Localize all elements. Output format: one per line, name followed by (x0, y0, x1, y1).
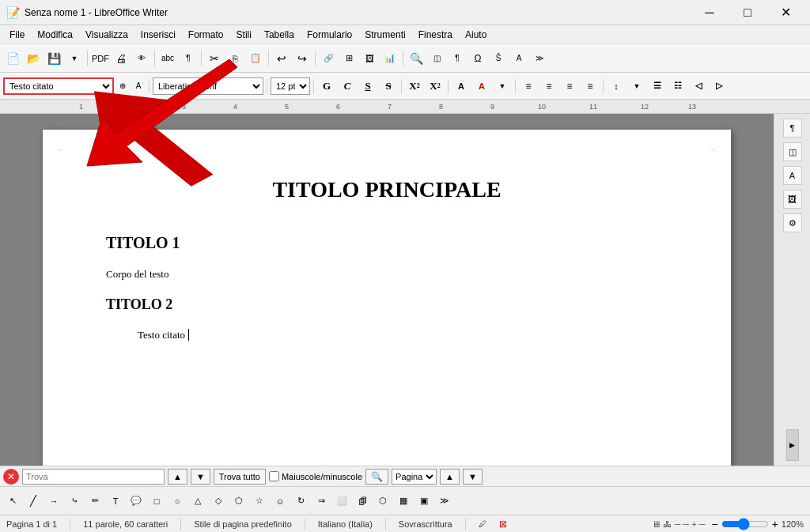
numbered-list-button[interactable]: ☷ (668, 77, 687, 95)
draw-callout-button[interactable]: 💬 (127, 492, 146, 511)
menu-aiuto[interactable]: Aiuto (459, 28, 493, 42)
align-right-button[interactable]: ≡ (560, 77, 579, 95)
find-next-button[interactable]: ▼ (191, 469, 210, 485)
draw-rect-button[interactable]: □ (147, 492, 166, 511)
menu-tabella[interactable]: Tabella (258, 28, 301, 42)
draw-caption-button[interactable]: 🗐 (353, 492, 372, 511)
chart-button[interactable]: 📊 (380, 49, 399, 68)
save-dropdown[interactable]: ▼ (65, 49, 84, 68)
zoom-in-button[interactable]: + (772, 518, 778, 530)
draw-arrow-button[interactable]: → (44, 492, 63, 511)
draw-line-button[interactable]: ╱ (24, 492, 43, 511)
superscript-button[interactable]: X2 (405, 77, 424, 95)
font-color-dropdown[interactable]: ▼ (493, 77, 512, 95)
draw-triangle-button[interactable]: △ (188, 492, 207, 511)
image-button[interactable]: 🖼 (360, 49, 379, 68)
document-scroll-area[interactable]: ⌐ ⌐ TITOLO PRINCIPALE TITOLO 1 Corpo del… (0, 114, 774, 466)
menu-inserisci[interactable]: Inserisci (134, 28, 182, 42)
align-left-button[interactable]: ≡ (519, 77, 538, 95)
draw-3d-button[interactable]: ⬡ (373, 492, 392, 511)
underline-button[interactable]: S (358, 77, 377, 95)
draw-connector-button[interactable]: ⤷ (65, 492, 84, 511)
minimize-button[interactable]: ─ (691, 0, 728, 25)
line-spacing-button[interactable]: ↕ (607, 77, 626, 95)
menu-formulario[interactable]: Formulario (301, 28, 358, 42)
find-close-button[interactable]: ✕ (3, 469, 19, 485)
menu-formato[interactable]: Formato (182, 28, 230, 42)
fontwork-button[interactable]: A (509, 49, 528, 68)
maximize-button[interactable]: □ (729, 0, 766, 25)
draw-freehand-button[interactable]: ✏ (85, 492, 104, 511)
print-preview-button[interactable]: 👁 (132, 49, 151, 68)
find-input[interactable] (22, 469, 165, 485)
draw-smiley-button[interactable]: ☺ (271, 492, 290, 511)
line-spacing-dropdown[interactable]: ▼ (627, 77, 646, 95)
find-button[interactable]: 🔍 (407, 49, 426, 68)
sidebar-functions-button[interactable]: ⚙ (783, 213, 802, 232)
align-justify-button[interactable]: ≡ (581, 77, 600, 95)
draw-more-button[interactable]: ≫ (435, 492, 454, 511)
draw-extrude-button[interactable]: ▦ (394, 492, 413, 511)
new-button[interactable]: 📄 (3, 49, 22, 68)
sidebar-expand-button[interactable]: ▶ (786, 429, 799, 461)
find-all-button[interactable]: Trova tutto (214, 469, 266, 485)
special-char-button[interactable]: Ŝ (489, 49, 508, 68)
font-name-select[interactable]: Liberation Serif (153, 77, 263, 95)
copy-button[interactable]: ⎘ (225, 49, 244, 68)
save-button[interactable]: 💾 (44, 49, 63, 68)
sidebar-navigator-button[interactable]: ◫ (783, 142, 802, 161)
zoom-slider[interactable] (721, 518, 769, 530)
draw-flowchart-button[interactable]: ⬜ (332, 492, 351, 511)
draw-ellipse-button[interactable]: ○ (168, 492, 187, 511)
menu-stili[interactable]: Stili (230, 28, 258, 42)
menu-visualizza[interactable]: Visualizza (79, 28, 134, 42)
align-center-button[interactable]: ≡ (539, 77, 558, 95)
styles-icon-btn[interactable]: ⊕ (115, 77, 130, 96)
find-type-prev[interactable]: ▲ (440, 469, 460, 485)
find-type-select[interactable]: Pagina (392, 469, 437, 485)
more-button[interactable]: ≫ (530, 49, 549, 68)
bold-button[interactable]: G (317, 77, 336, 95)
close-button[interactable]: ✕ (767, 0, 804, 25)
font-size-select[interactable]: 12 pt (271, 77, 310, 95)
print-button[interactable]: 🖨 (112, 49, 131, 68)
export-pdf-button[interactable]: PDF (91, 49, 110, 68)
bullet-list-button[interactable]: ☰ (648, 77, 667, 95)
strikethrough-button[interactable]: S (379, 77, 398, 95)
menu-modifica[interactable]: Modifica (31, 28, 79, 42)
table-button[interactable]: ⊞ (339, 49, 358, 68)
italic-button[interactable]: C (338, 77, 357, 95)
menu-file[interactable]: File (3, 28, 31, 42)
style-icon-2[interactable]: A (131, 77, 146, 96)
zoom-out-button[interactable]: − (711, 518, 717, 530)
draw-shape2-button[interactable]: ⬠ (229, 492, 248, 511)
redo-button[interactable]: ↪ (293, 49, 312, 68)
draw-shadow-button[interactable]: ▣ (414, 492, 433, 511)
match-case-checkbox[interactable] (269, 471, 279, 481)
spellcheck-button[interactable]: abc (158, 49, 177, 68)
indent-decrease-button[interactable]: ◁ (689, 77, 708, 95)
open-button[interactable]: 📂 (24, 49, 43, 68)
draw-star-button[interactable]: ☆ (250, 492, 269, 511)
font-color-button[interactable]: A (472, 77, 491, 95)
highlight-button[interactable]: A (452, 77, 471, 95)
find-options-button[interactable]: 🔍 (365, 469, 388, 485)
paragraph-style-select[interactable]: Testo citato (3, 77, 114, 95)
menu-finestra[interactable]: Finestra (412, 28, 459, 42)
draw-select-button[interactable]: ↖ (3, 492, 22, 511)
draw-symbol-button[interactable]: ↻ (291, 492, 310, 511)
subscript-button[interactable]: X2 (426, 77, 445, 95)
navigator-button[interactable]: ◫ (427, 49, 446, 68)
menu-strumenti[interactable]: Strumenti (358, 28, 411, 42)
paste-button[interactable]: 📋 (246, 49, 265, 68)
hyperlink-button[interactable]: 🔗 (319, 49, 338, 68)
undo-button[interactable]: ↩ (272, 49, 291, 68)
find-type-next[interactable]: ▼ (463, 469, 483, 485)
autocorrect-button[interactable]: ¶ (179, 49, 198, 68)
cut-button[interactable]: ✂ (205, 49, 224, 68)
sidebar-gallery-button[interactable]: 🖼 (783, 190, 802, 209)
sidebar-properties-button[interactable]: A (783, 166, 802, 185)
indent-increase-button[interactable]: ▷ (710, 77, 729, 95)
find-prev-button[interactable]: ▲ (168, 469, 187, 485)
sidebar-styles-button[interactable]: ¶ (783, 119, 802, 138)
